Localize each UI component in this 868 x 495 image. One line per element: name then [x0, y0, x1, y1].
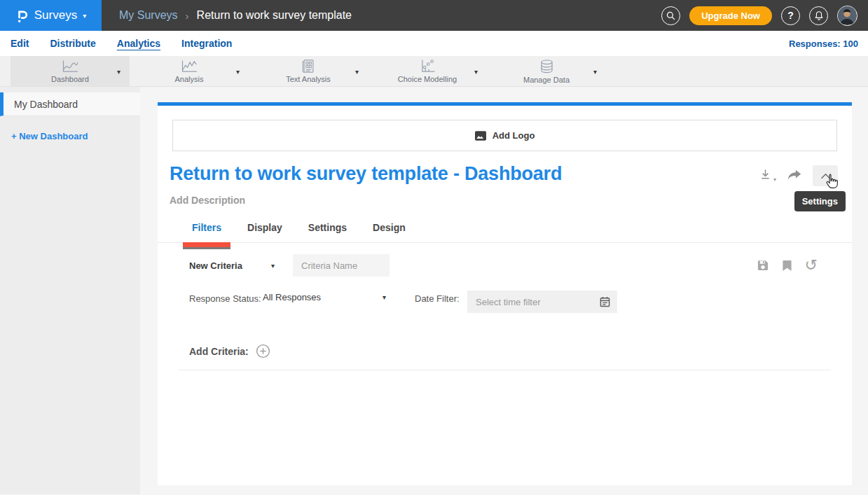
bell-icon	[814, 11, 824, 21]
proprofs-logo-icon	[15, 8, 29, 24]
tab-display[interactable]: Display	[247, 222, 282, 242]
add-criteria-label: Add Criteria:	[189, 346, 249, 357]
reset-icon: ↺	[805, 258, 818, 273]
add-logo-dropzone[interactable]: Add Logo	[172, 120, 837, 151]
responses-count: Responses: 100	[789, 39, 858, 49]
new-dashboard-button[interactable]: + New Dashboard	[11, 131, 140, 141]
dashboard-title[interactable]: Return to work survey template - Dashboa…	[170, 163, 562, 185]
toolbar-choice-modelling-label: Choice Modelling	[398, 75, 457, 83]
calendar-icon[interactable]	[600, 296, 610, 307]
survey-nav: Edit Distribute Analytics Integration Re…	[0, 31, 868, 56]
download-button[interactable]: ▾	[759, 168, 776, 183]
tab-edit[interactable]: Edit	[11, 38, 29, 49]
date-filter-field	[467, 291, 617, 313]
product-name: Surveys	[34, 8, 77, 22]
image-icon	[475, 131, 486, 141]
tab-integration[interactable]: Integration	[181, 38, 232, 49]
caret-down-icon: ▾	[383, 293, 386, 301]
share-button[interactable]	[787, 168, 802, 181]
toolbar-manage-data[interactable]: Manage Data ▾	[487, 56, 606, 86]
sidebar-item-my-dashboard[interactable]: My Dashboard	[0, 92, 140, 116]
dashboard-chart-icon	[61, 60, 80, 74]
help-button[interactable]: ?	[781, 6, 800, 25]
analytics-toolbar: Dashboard ▾ Analysis ▾ Text Analysis ▾ C…	[0, 56, 868, 87]
caret-down-icon[interactable]: ▾	[236, 67, 240, 75]
toolbar-text-analysis-label: Text Analysis	[286, 75, 331, 83]
app-window: Surveys ▾ My Surveys › Return to work su…	[0, 0, 868, 495]
settings-collapse-button[interactable]	[813, 165, 838, 186]
breadcrumb-my-surveys[interactable]: My Surveys	[119, 9, 178, 22]
dashboard-panel: Add Logo Return to work survey template …	[158, 102, 852, 485]
breadcrumb-current-survey: Return to work survey template	[197, 9, 352, 22]
caret-down-icon: ▾	[773, 176, 776, 183]
caret-down-icon: ▾	[83, 12, 86, 20]
product-switcher[interactable]: Surveys ▾	[0, 0, 102, 31]
dashboard-actions: ▾ Se	[759, 163, 838, 206]
add-criteria-button[interactable]	[256, 344, 270, 358]
save-icon	[757, 259, 769, 272]
notifications-button[interactable]	[809, 6, 828, 25]
response-status-label: Response Status:	[189, 291, 263, 306]
search-icon	[666, 11, 676, 21]
reset-criteria-button[interactable]: ↺	[805, 258, 818, 273]
plus-circle-icon	[256, 344, 270, 358]
search-button[interactable]	[661, 6, 680, 25]
user-avatar[interactable]	[837, 6, 857, 26]
toolbar-text-analysis[interactable]: Text Analysis ▾	[249, 56, 368, 86]
breadcrumb: My Surveys › Return to work survey templ…	[119, 9, 352, 22]
tab-filters[interactable]: Filters	[192, 222, 221, 242]
toolbar-choice-modelling[interactable]: Choice Modelling ▾	[368, 56, 487, 86]
top-header: Surveys ▾ My Surveys › Return to work su…	[0, 0, 868, 31]
add-logo-label: Add Logo	[492, 130, 535, 141]
response-status-select[interactable]: All Responses ▾	[263, 291, 386, 302]
share-arrow-icon	[787, 168, 802, 181]
add-description[interactable]: Add Description	[170, 195, 562, 206]
tab-analytics[interactable]: Analytics	[117, 38, 160, 49]
caret-down-icon[interactable]: ▾	[355, 67, 359, 75]
section-divider	[179, 370, 831, 370]
caret-down-icon: ▾	[271, 262, 275, 270]
caret-down-icon[interactable]: ▾	[117, 67, 120, 75]
text-analysis-icon	[301, 59, 316, 74]
toolbar-analysis-label: Analysis	[175, 75, 204, 83]
criteria-select[interactable]: New Criteria ▾	[189, 260, 275, 271]
analysis-chart-icon	[180, 60, 199, 74]
toolbar-dashboard[interactable]: Dashboard ▾	[11, 56, 130, 86]
database-icon	[539, 59, 555, 74]
download-icon	[759, 168, 772, 181]
filters-form: New Criteria ▾	[158, 254, 852, 370]
breadcrumb-separator-icon: ›	[186, 10, 189, 22]
chevron-up-icon	[820, 172, 832, 180]
caret-down-icon[interactable]: ▾	[474, 67, 478, 75]
choice-modelling-icon	[419, 59, 436, 74]
tab-settings[interactable]: Settings	[308, 222, 347, 242]
toolbar-dashboard-label: Dashboard	[51, 75, 89, 83]
dashboard-content: Add Logo Return to work survey template …	[140, 87, 868, 494]
response-status-value: All Responses	[263, 292, 321, 302]
bookmark-criteria-button[interactable]	[782, 259, 792, 272]
bookmark-icon	[782, 259, 792, 272]
dashboard-sidebar: My Dashboard + New Dashboard	[0, 87, 140, 494]
settings-tooltip: Settings	[794, 191, 846, 211]
toolbar-manage-data-label: Manage Data	[523, 76, 570, 84]
upgrade-now-button[interactable]: Upgrade Now	[689, 6, 772, 25]
caret-down-icon[interactable]: ▾	[593, 67, 597, 75]
date-filter-label: Date Filter:	[415, 291, 467, 306]
header-actions: Upgrade Now ?	[661, 6, 868, 26]
criteria-name-input[interactable]	[293, 254, 390, 277]
save-criteria-button[interactable]	[757, 259, 769, 272]
question-mark-icon: ?	[787, 10, 794, 21]
toolbar-analysis[interactable]: Analysis ▾	[130, 56, 249, 86]
tab-distribute[interactable]: Distribute	[50, 38, 95, 49]
dashboard-tabs: Filters Display Settings Design	[158, 222, 852, 243]
tab-design[interactable]: Design	[373, 222, 406, 242]
date-filter-input[interactable]	[467, 291, 617, 313]
title-block: Return to work survey template - Dashboa…	[170, 163, 562, 206]
criteria-select-value: New Criteria	[189, 260, 242, 271]
